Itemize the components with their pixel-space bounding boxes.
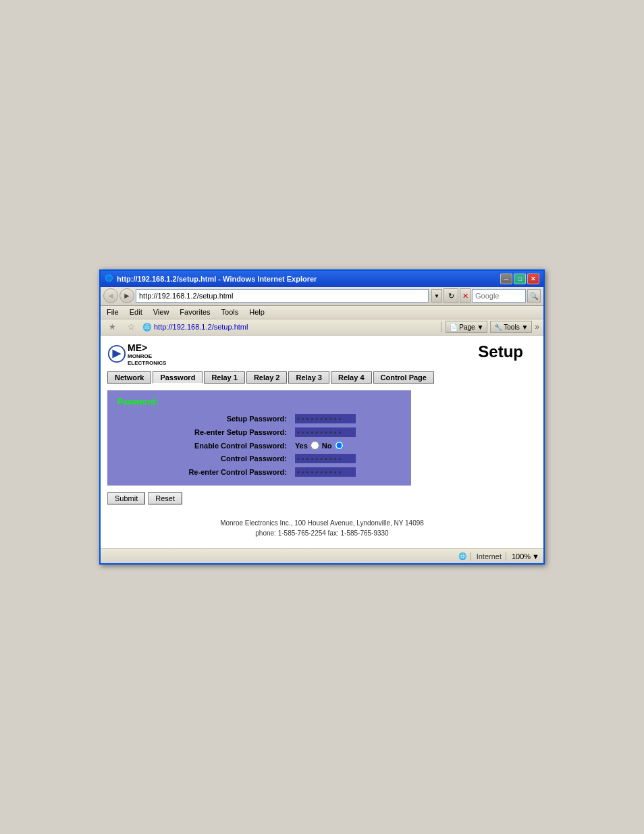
add-favorites-button[interactable]: ☆ — [124, 321, 138, 333]
page-footer: Monroe Electronics Inc., 100 Housel Aven… — [107, 515, 537, 542]
control-password-input[interactable] — [295, 454, 356, 463]
page-label: Page ▼ — [459, 323, 483, 331]
reenter-password-label: Re-enter Setup Password: — [117, 425, 292, 439]
title-bar-left: 🌐 http://192.168.1.2/setup.html - Window… — [105, 274, 317, 284]
address-bar: ▼ — [136, 289, 442, 303]
menu-bar: File Edit View Favorites Tools Help — [101, 306, 543, 319]
zone-label: Internet — [477, 552, 502, 561]
address-dropdown[interactable]: ▼ — [431, 289, 442, 303]
table-row: Control Password: — [117, 452, 401, 465]
maximize-button[interactable]: □ — [514, 273, 526, 284]
company-logo: ME> MONROE ELECTRONICS — [107, 342, 166, 367]
reenter-setup-password-input[interactable] — [295, 427, 356, 437]
nav-bar: ◄ ► ▼ ↻ ✕ 🔍 — [101, 287, 543, 306]
title-bar: 🌐 http://192.168.1.2/setup.html - Window… — [101, 271, 543, 287]
status-zoom: 100% ▼ — [506, 552, 539, 561]
window-title: http://192.168.1.2/setup.html - Windows … — [117, 275, 317, 283]
no-label: No — [322, 442, 332, 450]
menu-help[interactable]: Help — [247, 307, 267, 317]
form-table: Setup Password: Re-enter Setup Password:… — [117, 412, 401, 479]
fav-chevron: » — [535, 322, 539, 332]
yes-label: Yes — [295, 442, 308, 450]
zoom-arrow: ▼ — [532, 552, 539, 561]
status-bar: 🌐 Internet 100% ▼ — [101, 548, 543, 563]
tools-tool-button[interactable]: 🔧 Tools ▼ — [490, 321, 532, 333]
page-content: ME> MONROE ELECTRONICS Setup Network Pas… — [101, 336, 543, 549]
tools-label: Tools ▼ — [504, 323, 528, 331]
setup-password-label: Setup Password: — [117, 412, 292, 425]
control-password-cell — [292, 452, 401, 465]
no-radio[interactable] — [335, 441, 344, 450]
reenter-control-cell — [292, 465, 401, 479]
form-section-title: Password: — [117, 397, 401, 407]
enable-control-radio-group: Yes No — [295, 441, 398, 450]
control-password-label: Control Password: — [117, 452, 292, 465]
setup-password-cell — [292, 412, 401, 425]
stop-button[interactable]: ✕ — [460, 288, 471, 303]
menu-favorites[interactable]: Favorites — [178, 307, 212, 317]
tools-icon: 🔧 — [494, 323, 502, 331]
tab-network[interactable]: Network — [107, 371, 151, 384]
browser-icon: 🌐 — [105, 274, 114, 284]
address-input[interactable] — [136, 289, 429, 303]
search-button[interactable]: 🔍 — [527, 289, 541, 303]
menu-file[interactable]: File — [105, 307, 121, 317]
favorites-bar-right: 📄 Page ▼ 🔧 Tools ▼ » — [439, 321, 539, 333]
tab-navigation: Network Password Relay 1 Relay 2 Relay 3… — [107, 371, 537, 384]
enable-control-label: Enable Control Password: — [117, 439, 292, 452]
tab-password[interactable]: Password — [153, 371, 203, 384]
yes-radio[interactable] — [311, 441, 319, 450]
logo-company-line2: ELECTRONICS — [128, 360, 166, 367]
favorites-link[interactable]: 🌐 http://192.168.1.2/setup.html — [142, 323, 248, 332]
search-input[interactable] — [472, 289, 526, 303]
submit-button[interactable]: Submit — [107, 492, 145, 504]
status-right: 🌐 Internet 100% ▼ — [458, 552, 539, 561]
table-row: Setup Password: — [117, 412, 401, 425]
status-globe-icon: 🌐 — [458, 552, 466, 560]
menu-tools[interactable]: Tools — [219, 307, 241, 317]
zoom-percent: 100% — [512, 552, 531, 561]
tab-relay4[interactable]: Relay 4 — [331, 371, 372, 384]
fav-separator — [441, 321, 441, 332]
page-heading: Setup — [478, 342, 523, 361]
footer-line2: phone: 1-585-765-2254 fax: 1-585-765-933… — [107, 528, 537, 538]
fav-link-icon: 🌐 — [142, 323, 152, 332]
logo-icon — [107, 344, 126, 363]
minimize-button[interactable]: ─ — [500, 273, 512, 284]
browser-window: 🌐 http://192.168.1.2/setup.html - Window… — [99, 269, 545, 565]
refresh-button[interactable]: ↻ — [444, 288, 458, 303]
form-section: Password: Setup Password: Re-enter Setup… — [107, 390, 411, 486]
footer-line1: Monroe Electronics Inc., 100 Housel Aven… — [107, 518, 537, 528]
page-tool-button[interactable]: 📄 Page ▼ — [446, 321, 487, 333]
tab-control-page[interactable]: Control Page — [373, 371, 434, 384]
forward-button[interactable]: ► — [119, 288, 134, 303]
setup-password-input[interactable] — [295, 414, 356, 423]
favorites-bar: ★ ☆ 🌐 http://192.168.1.2/setup.html 📄 Pa… — [101, 319, 543, 336]
table-row: Enable Control Password: Yes No — [117, 439, 401, 452]
reenter-password-cell — [292, 425, 401, 439]
svg-marker-1 — [112, 350, 121, 359]
logo-company-line1: MONROE — [128, 353, 166, 360]
close-button[interactable]: ✕ — [527, 273, 539, 284]
table-row: Re-enter Setup Password: — [117, 425, 401, 439]
enable-control-cell: Yes No — [292, 439, 401, 452]
back-button[interactable]: ◄ — [103, 288, 118, 303]
menu-edit[interactable]: Edit — [128, 307, 144, 317]
title-bar-buttons: ─ □ ✕ — [500, 273, 539, 284]
reenter-control-password-input[interactable] — [295, 467, 356, 477]
status-zone: Internet — [471, 552, 502, 561]
favorites-star-button[interactable]: ★ — [105, 321, 119, 333]
table-row: Re-enter Control Password: — [117, 465, 401, 479]
globe-icon: 🌐 — [458, 552, 466, 560]
reset-button[interactable]: Reset — [148, 492, 182, 504]
page-icon: 📄 — [450, 323, 458, 331]
tab-relay2[interactable]: Relay 2 — [246, 371, 288, 384]
menu-view[interactable]: View — [151, 307, 171, 317]
logo-me: ME> — [128, 342, 166, 354]
submit-area: Submit Reset — [107, 492, 537, 504]
tab-relay1[interactable]: Relay 1 — [204, 371, 245, 384]
tab-relay3[interactable]: Relay 3 — [288, 371, 329, 384]
company-name: ME> MONROE ELECTRONICS — [128, 342, 166, 367]
reenter-control-label: Re-enter Control Password: — [117, 465, 292, 479]
fav-link-text: http://192.168.1.2/setup.html — [154, 323, 248, 331]
